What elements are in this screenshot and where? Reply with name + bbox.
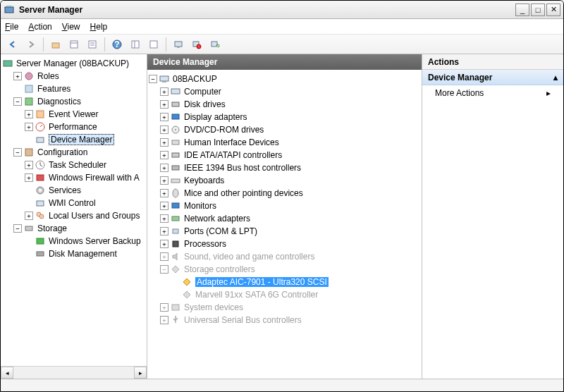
expander-icon[interactable]: + <box>160 151 168 159</box>
expander-icon[interactable]: + <box>25 173 33 182</box>
menu-file[interactable]: File <box>5 22 18 32</box>
more-actions-item[interactable]: More Actions ▸ <box>422 85 563 101</box>
dvd-category[interactable]: DVD/CD-ROM drives <box>184 125 264 135</box>
keyboards-category[interactable]: Keyboards <box>184 176 224 185</box>
configuration-item[interactable]: Configuration <box>37 147 87 157</box>
features-item[interactable]: Features <box>37 84 70 94</box>
hid-category[interactable]: Human Interface Devices <box>184 137 279 147</box>
expander-icon[interactable]: + <box>13 72 22 80</box>
device-tree[interactable]: −08BACKUP +Computer +Disk drives +Displa… <box>147 70 422 379</box>
expander-icon[interactable]: − <box>13 224 22 233</box>
ports-category[interactable]: Ports (COM & LPT) <box>184 226 257 236</box>
sound-category[interactable]: Sound, video and game controllers <box>184 252 314 262</box>
expander-icon[interactable]: + <box>160 227 168 235</box>
computer-category[interactable]: Computer <box>184 87 221 97</box>
firewall-item[interactable]: Windows Firewall with A <box>49 173 140 183</box>
help-icon[interactable]: ? <box>109 37 125 52</box>
disk-mgmt-item[interactable]: Disk Management <box>49 249 117 259</box>
storage-controllers-category[interactable]: Storage controllers <box>184 264 255 274</box>
expander-icon[interactable]: + <box>160 316 168 324</box>
expander-icon[interactable]: − <box>13 148 22 157</box>
toolbar-separator <box>104 37 105 51</box>
expander-icon[interactable]: + <box>160 214 168 223</box>
scroll-left-icon[interactable]: ◂ <box>1 367 13 379</box>
scan-icon[interactable] <box>189 37 204 52</box>
ide-category[interactable]: IDE ATA/ATAPI controllers <box>184 150 282 160</box>
scrollbar-horizontal[interactable]: ◂ ▸ <box>1 366 147 379</box>
roles-item[interactable]: Roles <box>37 71 59 81</box>
expander-icon[interactable]: + <box>160 138 168 147</box>
expander-icon[interactable]: + <box>160 87 168 96</box>
minimize-button[interactable]: _ <box>515 4 529 16</box>
expander-icon[interactable]: + <box>160 240 168 248</box>
diagnostics-item[interactable]: Diagnostics <box>37 97 81 106</box>
menu-help[interactable]: Help <box>90 22 108 32</box>
services-item[interactable]: Services <box>49 185 81 195</box>
expander-icon[interactable]: + <box>160 164 168 172</box>
computer-icon[interactable] <box>171 37 186 52</box>
adaptec-device[interactable]: Adaptec AIC-7901 - Ultra320 SCSI <box>195 277 329 287</box>
expander-icon[interactable]: − <box>160 265 168 274</box>
backup-item[interactable]: Windows Server Backup <box>49 236 141 246</box>
expander-icon[interactable]: + <box>160 113 168 121</box>
monitor-icon <box>170 200 181 212</box>
forward-button[interactable] <box>23 37 39 52</box>
controller-icon <box>181 276 192 288</box>
svg-rect-30 <box>37 201 44 206</box>
mice-category[interactable]: Mice and other pointing devices <box>184 188 303 198</box>
server-tree[interactable]: Server Manager (08BACKUP) +Roles Feature… <box>1 54 147 366</box>
display-category[interactable]: Display adapters <box>184 112 247 122</box>
network-category[interactable]: Network adapters <box>184 214 250 223</box>
event-viewer-icon <box>35 109 46 120</box>
window-icon[interactable] <box>146 37 161 52</box>
expander-icon[interactable]: + <box>160 176 168 185</box>
server-icon <box>2 58 13 69</box>
svg-point-16 <box>197 44 201 49</box>
expander-icon[interactable]: + <box>160 202 168 210</box>
layout-icon[interactable] <box>128 37 143 52</box>
actions-subheader[interactable]: Device Manager ▴ <box>422 70 563 85</box>
properties-icon[interactable] <box>66 37 82 52</box>
close-button[interactable]: ✕ <box>546 4 560 16</box>
task-scheduler-item[interactable]: Task Scheduler <box>49 160 106 170</box>
expander-icon[interactable]: − <box>13 97 22 106</box>
app-icon <box>4 4 15 16</box>
tree-root[interactable]: Server Manager (08BACKUP) <box>16 59 129 68</box>
expander-icon[interactable]: + <box>160 189 168 197</box>
expander-icon[interactable]: + <box>160 303 168 312</box>
expander-icon[interactable]: + <box>25 110 33 118</box>
expander-icon[interactable]: + <box>160 125 168 134</box>
storage-item[interactable]: Storage <box>37 223 67 233</box>
refresh-icon[interactable] <box>207 37 223 52</box>
monitors-category[interactable]: Monitors <box>184 201 216 211</box>
expander-icon[interactable]: + <box>25 123 33 131</box>
menu-action[interactable]: Action <box>28 22 51 32</box>
event-viewer-item[interactable]: Event Viewer <box>49 109 98 119</box>
wmi-item[interactable]: WMI Control <box>49 198 96 208</box>
processors-category[interactable]: Processors <box>184 239 226 249</box>
expander-icon[interactable]: + <box>25 212 33 220</box>
performance-item[interactable]: Performance <box>49 122 97 132</box>
system-devices-category[interactable]: System devices <box>184 302 243 312</box>
svg-rect-0 <box>5 7 13 13</box>
expander-icon[interactable]: − <box>149 75 157 83</box>
up-icon[interactable] <box>48 37 63 52</box>
device-manager-item[interactable]: Device Manager <box>49 134 114 145</box>
usb-category[interactable]: Universal Serial Bus controllers <box>184 315 302 325</box>
expander-icon[interactable]: + <box>160 100 168 109</box>
device-root[interactable]: 08BACKUP <box>173 74 217 84</box>
local-users-item[interactable]: Local Users and Groups <box>49 211 140 221</box>
display-icon <box>170 111 181 123</box>
scroll-right-icon[interactable]: ▸ <box>134 367 147 379</box>
ieee1394-category[interactable]: IEEE 1394 Bus host controllers <box>184 163 301 173</box>
collapse-icon[interactable]: ▴ <box>553 73 558 82</box>
marvell-device[interactable]: Marvell 91xx SATA 6G Controller <box>195 290 318 300</box>
menu-view[interactable]: View <box>62 22 80 32</box>
list-icon[interactable] <box>85 37 100 52</box>
expander-icon[interactable]: + <box>160 252 168 261</box>
expander-icon[interactable]: + <box>25 161 33 169</box>
back-button[interactable] <box>5 37 20 52</box>
disk-drives-category[interactable]: Disk drives <box>184 99 226 109</box>
svg-rect-48 <box>172 203 179 208</box>
maximize-button[interactable]: □ <box>531 4 545 16</box>
